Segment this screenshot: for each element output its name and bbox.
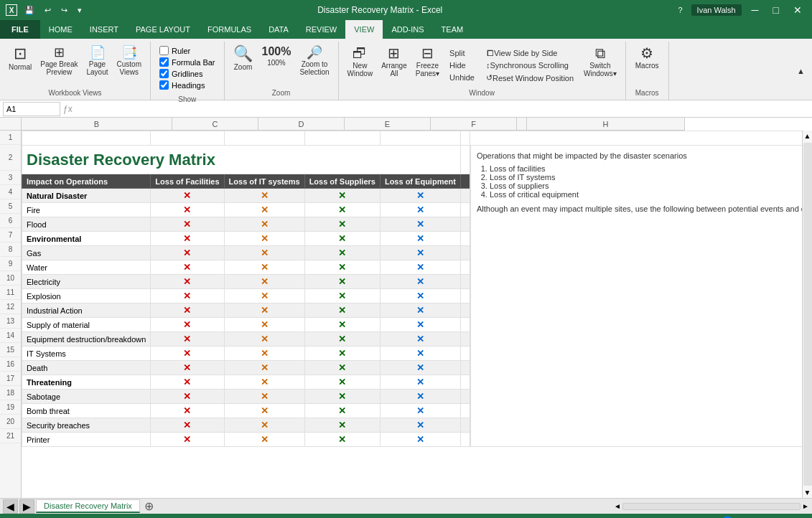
cell-b7[interactable]: Environmental	[22, 232, 151, 246]
custom-views-btn[interactable]: 📑 CustomViews	[114, 44, 144, 77]
cell-f9[interactable]: ✕	[380, 260, 460, 275]
cell-h1[interactable]	[470, 131, 802, 146]
cell-d20[interactable]: ✕	[224, 418, 304, 433]
scroll-right-btn[interactable]: ►	[802, 502, 809, 510]
tab-view[interactable]: VIEW	[345, 20, 383, 39]
cell-b6[interactable]: Flood	[22, 217, 151, 232]
cell-b14[interactable]: Equipment destruction/breakdown	[22, 332, 151, 347]
tab-team[interactable]: TEAM	[433, 20, 472, 39]
cell-f8[interactable]: ✕	[380, 246, 460, 260]
page-layout-btn[interactable]: 📄 PageLayout	[84, 44, 111, 77]
cell-g21[interactable]	[460, 433, 470, 447]
cell-b9[interactable]: Water	[22, 260, 151, 275]
cell-d7[interactable]: ✕	[224, 232, 304, 246]
switch-windows-btn[interactable]: ⧉ SwitchWindows▾	[581, 44, 620, 79]
cell-f21[interactable]: ✕	[380, 433, 460, 447]
cell-f14[interactable]: ✕	[380, 332, 460, 347]
horizontal-scrollbar[interactable]: ◄ ►	[611, 502, 812, 510]
cell-g9[interactable]	[460, 260, 470, 275]
cell-g20[interactable]	[460, 418, 470, 433]
vertical-scrollbar[interactable]: ▲ ▼	[802, 131, 812, 498]
cell-c8[interactable]: ✕	[151, 246, 224, 260]
cell-b16[interactable]: Death	[22, 361, 151, 375]
cell-d1[interactable]	[224, 131, 304, 146]
cell-f19[interactable]: ✕	[380, 404, 460, 418]
cell-f17[interactable]: ✕	[380, 375, 460, 390]
cell-c11[interactable]: ✕	[151, 289, 224, 303]
header-impact[interactable]: Impact on Operations	[22, 174, 151, 189]
new-window-btn[interactable]: 🗗 NewWindow	[345, 44, 376, 79]
cell-d5[interactable]: ✕	[224, 203, 304, 217]
cell-c10[interactable]: ✕	[151, 275, 224, 289]
cell-e20[interactable]: ✕	[304, 418, 380, 433]
cell-title[interactable]: Disaster Recovery Matrix	[22, 146, 461, 174]
cell-b10[interactable]: Electricity	[22, 275, 151, 289]
cell-e19[interactable]: ✕	[304, 404, 380, 418]
cell-g10[interactable]	[460, 275, 470, 289]
ruler-checkbox-row[interactable]: Ruler	[159, 46, 190, 55]
tab-insert[interactable]: INSERT	[81, 20, 127, 39]
cell-e9[interactable]: ✕	[304, 260, 380, 275]
cell-g5[interactable]	[460, 203, 470, 217]
cell-c5[interactable]: ✕	[151, 203, 224, 217]
cell-e16[interactable]: ✕	[304, 361, 380, 375]
scroll-thumb-v[interactable]	[803, 143, 812, 486]
cell-d16[interactable]: ✕	[224, 361, 304, 375]
ruler-checkbox[interactable]	[159, 46, 169, 55]
cell-d17[interactable]: ✕	[224, 375, 304, 390]
cell-e1[interactable]	[304, 131, 380, 146]
help-btn[interactable]: ?	[675, 4, 685, 16]
cell-b4[interactable]: Natural Disaster	[22, 189, 151, 203]
tab-addins[interactable]: ADD-INS	[383, 20, 432, 39]
cell-b18[interactable]: Sabotage	[22, 390, 151, 404]
cell-d10[interactable]: ✕	[224, 275, 304, 289]
cell-f10[interactable]: ✕	[380, 275, 460, 289]
cell-f12[interactable]: ✕	[380, 303, 460, 318]
cell-d12[interactable]: ✕	[224, 303, 304, 318]
cell-b17[interactable]: Threatening	[22, 375, 151, 390]
scroll-down-btn[interactable]: ▼	[803, 487, 812, 498]
cell-c12[interactable]: ✕	[151, 303, 224, 318]
tab-data[interactable]: DATA	[260, 20, 297, 39]
cell-f5[interactable]: ✕	[380, 203, 460, 217]
cell-g19[interactable]	[460, 404, 470, 418]
cell-b19[interactable]: Bomb threat	[22, 404, 151, 418]
cell-d13[interactable]: ✕	[224, 318, 304, 332]
cell-d19[interactable]: ✕	[224, 404, 304, 418]
cell-e17[interactable]: ✕	[304, 375, 380, 390]
headings-checkbox[interactable]	[159, 80, 169, 90]
cell-b12[interactable]: Industrial Action	[22, 303, 151, 318]
cell-g11[interactable]	[460, 289, 470, 303]
cell-b11[interactable]: Explosion	[22, 289, 151, 303]
freeze-panes-btn[interactable]: ⊟ FreezePanes▾	[413, 44, 442, 79]
scroll-left-btn[interactable]: ◄	[614, 502, 621, 510]
cell-f16[interactable]: ✕	[380, 361, 460, 375]
sync-scroll-btn[interactable]: ↕ Synchronous Scrolling	[482, 60, 578, 71]
scroll-thumb-h[interactable]	[622, 503, 801, 510]
header-g[interactable]	[460, 174, 470, 189]
cell-e14[interactable]: ✕	[304, 332, 380, 347]
cell-f20[interactable]: ✕	[380, 418, 460, 433]
cell-d9[interactable]: ✕	[224, 260, 304, 275]
cell-c17[interactable]: ✕	[151, 375, 224, 390]
cell-e7[interactable]: ✕	[304, 232, 380, 246]
unhide-btn[interactable]: Unhide	[445, 72, 479, 83]
cell-f6[interactable]: ✕	[380, 217, 460, 232]
cell-g12[interactable]	[460, 303, 470, 318]
hide-btn[interactable]: Hide	[445, 60, 479, 71]
cell-c7[interactable]: ✕	[151, 232, 224, 246]
cell-g4[interactable]	[460, 189, 470, 203]
tab-review[interactable]: REVIEW	[297, 20, 345, 39]
cell-c21[interactable]: ✕	[151, 433, 224, 447]
cell-e5[interactable]: ✕	[304, 203, 380, 217]
cell-c1[interactable]	[151, 131, 224, 146]
cell-e18[interactable]: ✕	[304, 390, 380, 404]
qat-dropdown[interactable]: ▾	[75, 4, 85, 17]
reset-window-btn[interactable]: ↺ Reset Window Position	[482, 72, 578, 84]
cell-c13[interactable]: ✕	[151, 318, 224, 332]
cell-f18[interactable]: ✕	[380, 390, 460, 404]
save-qat-btn[interactable]: 💾	[22, 4, 37, 17]
cell-c18[interactable]: ✕	[151, 390, 224, 404]
cell-g8[interactable]	[460, 246, 470, 260]
macros-btn[interactable]: ⚙ Macros	[633, 44, 662, 71]
